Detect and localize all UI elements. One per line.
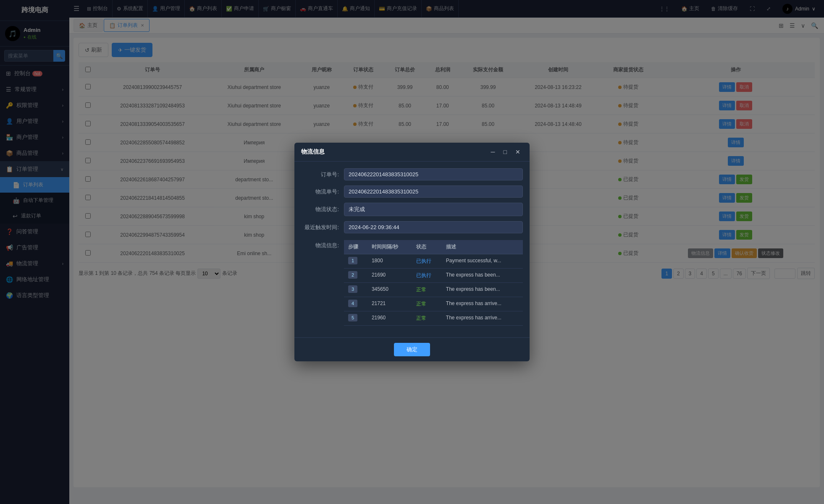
modal-last-update-row: 最近触发时间: 2024-06-22 09:36:44 bbox=[301, 221, 523, 233]
modal-close-btn[interactable]: ✕ bbox=[513, 148, 523, 156]
logistics-row: 2 21690 已执行 The express has been... bbox=[344, 269, 523, 283]
logistics-row: 5 21960 正常 The express has arrive... bbox=[344, 311, 523, 326]
desc-cell: The express has arrive... bbox=[442, 311, 523, 326]
interval-cell: 21690 bbox=[367, 269, 412, 283]
th-status: 状态 bbox=[412, 240, 442, 254]
th-step: 步骤 bbox=[344, 240, 367, 254]
step-cell: 1 bbox=[344, 254, 367, 269]
desc-cell: The express has been... bbox=[442, 283, 523, 297]
th-interval: 时间间隔/秒 bbox=[367, 240, 412, 254]
desc-cell: The express has been... bbox=[442, 269, 523, 283]
modal-logistics-no-row: 物流单号: 20240622201483835310025 bbox=[301, 185, 523, 198]
modal-minimize-btn[interactable]: ─ bbox=[488, 148, 498, 156]
logistics-status-value: 未完成 bbox=[344, 203, 523, 216]
logistics-row: 4 21721 正常 The express has arrive... bbox=[344, 297, 523, 311]
modal-order-no-row: 订单号: 20240622201483835310025 bbox=[301, 168, 523, 180]
modal-maximize-btn[interactable]: □ bbox=[501, 148, 509, 156]
desc-cell: Payment successful, w... bbox=[442, 254, 523, 269]
th-desc: 描述 bbox=[442, 240, 523, 254]
logistics-row: 1 1800 已执行 Payment successful, w... bbox=[344, 254, 523, 269]
step-cell: 4 bbox=[344, 297, 367, 311]
modal-overlay[interactable]: 物流信息 ─ □ ✕ 订单号: 20240622201483835310025 … bbox=[0, 0, 824, 504]
modal-header: 物流信息 ─ □ ✕ bbox=[294, 143, 530, 162]
modal-title: 物流信息 bbox=[301, 148, 325, 156]
step-cell: 3 bbox=[344, 283, 367, 297]
status-cell: 已执行 bbox=[412, 254, 442, 269]
logistics-status-label: 物流状态: bbox=[301, 206, 339, 213]
last-update-label: 最近触发时间: bbox=[301, 224, 339, 231]
step-badge: 1 bbox=[348, 257, 357, 264]
modal-logistics-status-row: 物流状态: 未完成 bbox=[301, 203, 523, 216]
last-update-value: 2024-06-22 09:36:44 bbox=[344, 221, 523, 233]
logistics-info-table-wrapper: 步骤 时间间隔/秒 状态 描述 1 1800 已执行 Payment succe… bbox=[344, 238, 523, 326]
logistics-modal: 物流信息 ─ □ ✕ 订单号: 20240622201483835310025 … bbox=[294, 143, 530, 361]
interval-cell: 21721 bbox=[367, 297, 412, 311]
order-no-label: 订单号: bbox=[301, 171, 339, 178]
desc-cell: The express has arrive... bbox=[442, 297, 523, 311]
step-badge: 4 bbox=[348, 300, 357, 307]
status-cell: 正常 bbox=[412, 311, 442, 326]
status-cell: 已执行 bbox=[412, 269, 442, 283]
logistics-row: 3 345650 正常 The express has been... bbox=[344, 283, 523, 297]
order-no-value: 20240622201483835310025 bbox=[344, 168, 523, 180]
logistics-no-value: 20240622201483835310025 bbox=[344, 185, 523, 198]
modal-footer: 确定 bbox=[294, 337, 530, 361]
interval-cell: 345650 bbox=[367, 283, 412, 297]
interval-cell: 21960 bbox=[367, 311, 412, 326]
status-cell: 正常 bbox=[412, 283, 442, 297]
status-cell: 正常 bbox=[412, 297, 442, 311]
step-badge: 2 bbox=[348, 271, 357, 279]
logistics-no-label: 物流单号: bbox=[301, 188, 339, 196]
interval-cell: 1800 bbox=[367, 254, 412, 269]
logistics-info-label: 物流信息: bbox=[301, 242, 339, 249]
step-badge: 5 bbox=[348, 314, 357, 321]
modal-controls: ─ □ ✕ bbox=[488, 148, 523, 156]
step-badge: 3 bbox=[348, 285, 357, 293]
modal-body: 订单号: 20240622201483835310025 物流单号: 20240… bbox=[294, 162, 530, 337]
modal-logistics-info-row: 物流信息: 步骤 时间间隔/秒 状态 描述 1 18 bbox=[301, 238, 523, 326]
step-cell: 2 bbox=[344, 269, 367, 283]
step-cell: 5 bbox=[344, 311, 367, 326]
modal-confirm-btn[interactable]: 确定 bbox=[394, 343, 430, 356]
logistics-info-table: 步骤 时间间隔/秒 状态 描述 1 1800 已执行 Payment succe… bbox=[344, 240, 523, 326]
